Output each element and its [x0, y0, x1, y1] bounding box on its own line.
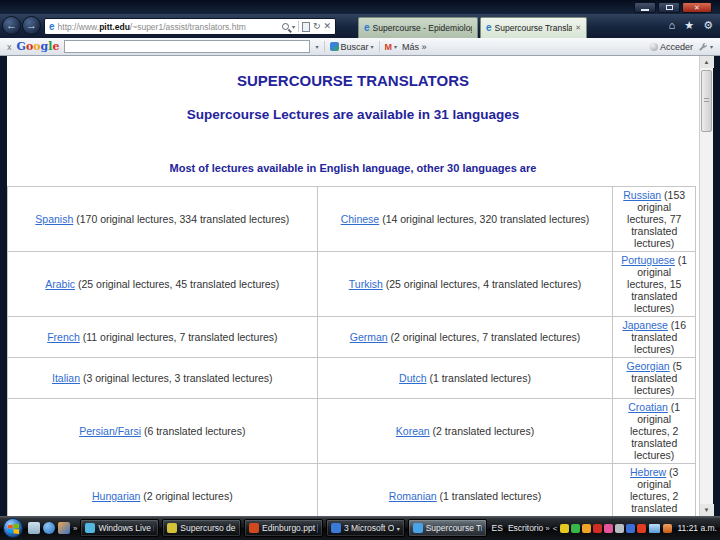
tray-icon-3[interactable]	[582, 524, 591, 533]
desktop-toolbar[interactable]: Escritorio »	[508, 523, 550, 533]
taskbar-button-label: 3 Microsoft Offi...	[344, 523, 394, 533]
divider	[298, 21, 299, 32]
tray-icon-1[interactable]	[560, 524, 569, 533]
language-link[interactable]: Chinese	[341, 213, 380, 225]
language-cell: French (11 original lectures, 7 translat…	[8, 317, 318, 358]
tab-favicon-icon: e	[364, 23, 370, 33]
toolbar-close-icon[interactable]: x	[7, 42, 12, 52]
minimize-button[interactable]	[634, 2, 656, 13]
language-cell: Hebrew (3 original lectures, 2 translate…	[613, 464, 696, 517]
language-indicator[interactable]: ES	[490, 523, 505, 533]
network-icon[interactable]	[649, 524, 660, 533]
tray-icon-4[interactable]	[593, 524, 602, 533]
language-link[interactable]: Hungarian	[92, 490, 140, 502]
language-cell: Dutch (1 translated lectures)	[317, 358, 613, 399]
language-link[interactable]: Spanish	[35, 213, 73, 225]
google-logo: Google	[17, 41, 60, 52]
search-caret-icon[interactable]: ▾	[292, 23, 295, 30]
language-link[interactable]: Croatian	[628, 401, 668, 413]
forward-button[interactable]: →	[22, 16, 41, 35]
restore-button[interactable]	[658, 2, 680, 13]
language-link[interactable]: Italian	[52, 372, 80, 384]
start-button[interactable]	[3, 518, 23, 538]
language-cell: Romanian (1 translated lectures)	[317, 464, 613, 517]
taskbar-button[interactable]: Supercurso de Pit...	[162, 519, 241, 537]
taskbar-button[interactable]: Supercourse Tran...	[408, 519, 487, 537]
home-icon[interactable]: ⌂	[669, 20, 676, 31]
taskbar-button[interactable]: Windows Live M...	[80, 519, 159, 537]
taskbar-button-icon	[331, 523, 341, 533]
language-link[interactable]: French	[47, 331, 80, 343]
tray-icon-8[interactable]	[637, 524, 646, 533]
language-link[interactable]: Arabic	[45, 278, 75, 290]
scroll-down-icon[interactable]: ▼	[700, 504, 714, 516]
taskbar-button[interactable]: 3 Microsoft Offi...▾	[326, 519, 405, 537]
taskbar-button-icon	[167, 523, 177, 533]
toolbar-search-input[interactable]	[64, 40, 310, 53]
favorites-star-icon[interactable]: ★	[684, 20, 694, 31]
close-button[interactable]: ✕	[682, 2, 712, 13]
language-link[interactable]: Hebrew	[630, 466, 666, 478]
scroll-up-icon[interactable]: ▲	[700, 56, 714, 68]
tab-supercourse-translators[interactable]: e Supercourse Translators ✕	[480, 17, 587, 38]
tools-gear-icon[interactable]: ⚙	[703, 20, 713, 31]
language-link[interactable]: Turkish	[349, 278, 383, 290]
taskbar-clock[interactable]: 11:21 a.m.	[677, 523, 717, 533]
browser-viewport: SUPERCOURSE TRANSLATORS Supercourse Lect…	[0, 56, 720, 516]
language-link[interactable]: Portuguese	[621, 254, 675, 266]
search-icon[interactable]	[282, 23, 289, 30]
address-bar[interactable]: e http://www.pitt.edu/~super1/assist/tra…	[44, 18, 336, 35]
language-link[interactable]: German	[350, 331, 388, 343]
language-link[interactable]: Russian	[623, 189, 661, 201]
mas-link[interactable]: Más »	[402, 42, 427, 52]
taskbar-button-label: Supercurso de Pit...	[180, 523, 236, 533]
taskbar-button[interactable]: Edinburgo.ppt [...	[244, 519, 323, 537]
acceder-button[interactable]: Acceder	[650, 42, 693, 52]
tray-icon-6[interactable]	[615, 524, 624, 533]
tray-icon-2[interactable]	[571, 524, 580, 533]
gmail-icon: M	[385, 42, 393, 52]
windows-flag-icon	[8, 523, 19, 534]
window-controls: ✕	[634, 2, 712, 13]
gmail-button[interactable]: M ▾	[385, 42, 398, 52]
taskbar-buttons: Windows Live M...Supercurso de Pit...Edi…	[80, 519, 486, 537]
refresh-icon[interactable]: ↻	[313, 22, 321, 31]
gmail-caret-icon: ▾	[394, 43, 397, 50]
language-link[interactable]: Dutch	[399, 372, 426, 384]
translators-table: Spanish (170 original lectures, 334 tran…	[7, 186, 696, 516]
divider	[324, 41, 325, 52]
vertical-scrollbar[interactable]: ▲ ▼	[699, 56, 713, 516]
tab-close-icon[interactable]: ✕	[575, 24, 581, 32]
quick-launch-mail-icon[interactable]	[28, 522, 40, 534]
table-row: Arabic (25 original lectures, 45 transla…	[8, 252, 696, 317]
quick-launch-media-icon[interactable]	[58, 522, 70, 534]
volume-icon[interactable]	[663, 524, 672, 533]
language-link[interactable]: Persian/Farsi	[79, 425, 141, 437]
back-button[interactable]: ←	[2, 16, 21, 35]
language-cell: Spanish (170 original lectures, 334 tran…	[8, 187, 318, 252]
google-logo-letter: o	[33, 40, 40, 53]
buscar-button[interactable]: Buscar ▾	[330, 42, 374, 52]
tray-icon-7[interactable]	[626, 524, 635, 533]
quick-launch	[28, 522, 70, 534]
scrollbar-thumb[interactable]	[701, 70, 712, 132]
page-note: Most of lectures available in English la…	[7, 162, 699, 174]
quick-launch-overflow-icon[interactable]: »	[73, 524, 77, 533]
language-link[interactable]: Japanese	[622, 319, 668, 331]
table-row: Persian/Farsi (6 translated lectures)Kor…	[8, 399, 696, 464]
language-cell: Georgian (5 translated lectures)	[613, 358, 696, 399]
stop-icon[interactable]: ✕	[323, 22, 331, 31]
language-link[interactable]: Romanian	[389, 490, 437, 502]
quick-launch-ie-icon[interactable]	[43, 522, 55, 534]
buscar-caret-icon: ▾	[371, 43, 374, 50]
tray-icon-5[interactable]	[604, 524, 613, 533]
compatibility-view-icon[interactable]	[302, 22, 310, 32]
language-link[interactable]: Georgian	[626, 360, 669, 372]
close-icon: ✕	[694, 4, 700, 11]
tab-supercourse-epidemiology[interactable]: e Supercourse - Epidemiology, t...	[358, 17, 478, 38]
language-link[interactable]: Korean	[396, 425, 430, 437]
toolbar-settings-button[interactable]: ▾	[698, 42, 713, 52]
divider	[379, 41, 380, 52]
tray-expand-icon[interactable]: <	[553, 524, 558, 533]
search-history-caret-icon[interactable]: ▾	[315, 43, 318, 50]
